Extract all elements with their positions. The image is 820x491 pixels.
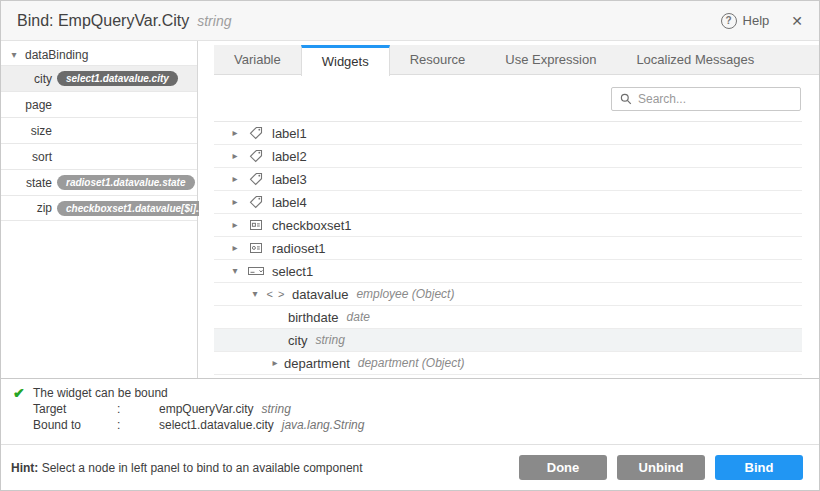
tree-row-label2[interactable]: ▸ label2 xyxy=(214,145,802,168)
binding-row-size[interactable]: size xyxy=(1,117,197,143)
tree-row-radioset1[interactable]: ▸ radioset1 xyxy=(214,237,802,260)
status-value-type: java.lang.String xyxy=(282,417,365,433)
dialog-title: Bind: EmpQueryVar.City xyxy=(17,12,189,30)
dialog-footer: Hint: Select a node in left panel to bin… xyxy=(1,444,819,490)
tab-localized-messages[interactable]: Localized Messages xyxy=(616,45,774,75)
binding-row-page[interactable]: page xyxy=(1,91,197,117)
dialog-title-type: string xyxy=(197,13,231,29)
code-icon: < > xyxy=(268,288,284,300)
tree-node-type: date xyxy=(347,310,370,324)
status-value-type: string xyxy=(261,401,290,417)
tag-icon xyxy=(248,149,264,163)
tree-node-label: department xyxy=(284,356,350,371)
bind-status-panel: ✔ The widget can be bound Target : empQu… xyxy=(1,378,819,444)
checkboxset-icon xyxy=(248,218,264,232)
tree-node-label: datavalue xyxy=(292,287,348,302)
tree-row-select1[interactable]: ▾ select1 xyxy=(214,260,802,283)
binding-row-zip[interactable]: zip checkboxset1.datavalue[$i].zip xyxy=(1,195,197,221)
binding-row-sort[interactable]: sort xyxy=(1,143,197,169)
binding-row-city[interactable]: city select1.datavalue.city xyxy=(1,65,197,91)
status-boundto-row: Bound to : select1.datavalue.city java.l… xyxy=(33,417,807,433)
chevron-right-icon[interactable]: ▸ xyxy=(230,151,240,161)
tab-widgets[interactable]: Widgets xyxy=(301,45,390,76)
tree-node-label: radioset1 xyxy=(272,241,325,256)
search-icon xyxy=(620,93,632,105)
chevron-down-icon[interactable]: ▾ xyxy=(9,50,19,60)
status-key: Target xyxy=(33,401,117,417)
hint-text: Hint: Select a node in left panel to bin… xyxy=(11,461,509,475)
status-separator: : xyxy=(117,417,159,433)
tree-node-type: employee (Object) xyxy=(356,287,454,301)
binding-root-node[interactable]: ▾ dataBinding xyxy=(1,45,197,65)
tree-row-label3[interactable]: ▸ label3 xyxy=(214,168,802,191)
done-button[interactable]: Done xyxy=(519,455,607,480)
search-box[interactable] xyxy=(611,87,801,111)
chevron-right-icon[interactable]: ▸ xyxy=(230,197,240,207)
status-value: empQueryVar.city xyxy=(159,401,253,417)
binding-name: size xyxy=(1,124,52,138)
bind-source-panel: Variable Widgets Resource Use Expression… xyxy=(199,41,819,378)
binding-badge: select1.datavalue.city xyxy=(57,71,178,86)
hint-body: Select a node in left panel to bind to a… xyxy=(38,461,362,475)
binding-name: page xyxy=(1,98,52,112)
binding-row-state[interactable]: state radioset1.datavalue.state xyxy=(1,169,197,195)
tree-node-type: department (Object) xyxy=(358,356,465,370)
search-input[interactable] xyxy=(638,92,793,106)
tab-use-expression[interactable]: Use Expression xyxy=(485,45,616,75)
chevron-right-icon[interactable]: ▸ xyxy=(230,128,240,138)
tag-icon xyxy=(248,126,264,140)
chevron-right-icon[interactable]: ▸ xyxy=(270,358,280,368)
tree-node-label: label1 xyxy=(272,126,307,141)
binding-badge: checkboxset1.datavalue[$i].zip xyxy=(57,201,222,216)
unbind-button[interactable]: Unbind xyxy=(617,455,705,480)
status-target-row: Target : empQueryVar.city string xyxy=(33,401,807,417)
tree-node-label: label4 xyxy=(272,195,307,210)
chevron-down-icon[interactable]: ▾ xyxy=(230,266,240,276)
tab-bar: Variable Widgets Resource Use Expression… xyxy=(214,45,819,75)
status-key: Bound to xyxy=(33,417,117,433)
help-icon: ? xyxy=(721,13,737,29)
chevron-right-icon[interactable]: ▸ xyxy=(230,174,240,184)
status-separator: : xyxy=(117,401,159,417)
tree-row-city[interactable]: city string xyxy=(214,329,802,352)
binding-name: city xyxy=(1,72,52,86)
bind-dialog: Bind: EmpQueryVar.City string ? Help ✕ ▾… xyxy=(0,0,820,491)
help-label: Help xyxy=(743,13,770,28)
close-icon[interactable]: ✕ xyxy=(791,13,803,29)
tree-node-label: city xyxy=(288,333,308,348)
tag-icon xyxy=(248,172,264,186)
chevron-right-icon[interactable]: ▸ xyxy=(230,243,240,253)
binding-name: zip xyxy=(1,201,52,215)
tree-row-birthdate[interactable]: birthdate date xyxy=(214,306,802,329)
tab-variable[interactable]: Variable xyxy=(214,45,301,75)
hint-label: Hint: xyxy=(11,461,38,475)
tree-row-checkboxset1[interactable]: ▸ checkboxset1 xyxy=(214,214,802,237)
binding-name: sort xyxy=(1,150,52,164)
dialog-header: Bind: EmpQueryVar.City string ? Help ✕ xyxy=(1,1,819,41)
tag-icon xyxy=(248,195,264,209)
tree-node-label: select1 xyxy=(272,264,313,279)
binding-tree-panel: ▾ dataBinding city select1.datavalue.cit… xyxy=(1,41,198,378)
binding-root-label: dataBinding xyxy=(25,48,88,62)
tree-row-label4[interactable]: ▸ label4 xyxy=(214,191,802,214)
binding-badge: radioset1.datavalue.state xyxy=(57,175,195,190)
bind-button[interactable]: Bind xyxy=(715,455,803,480)
status-message: The widget can be bound xyxy=(33,386,168,400)
binding-name: state xyxy=(1,176,52,190)
tab-resource[interactable]: Resource xyxy=(390,45,486,75)
help-button[interactable]: ? Help xyxy=(721,13,770,29)
tree-row-department[interactable]: ▸ department department (Object) xyxy=(214,352,802,375)
chevron-right-icon[interactable]: ▸ xyxy=(230,220,240,230)
success-check-icon: ✔ xyxy=(13,385,33,401)
tree-node-label: birthdate xyxy=(288,310,339,325)
tree-node-label: checkboxset1 xyxy=(272,218,352,233)
tree-node-label: label2 xyxy=(272,149,307,164)
radioset-icon xyxy=(248,241,264,255)
tree-node-type: string xyxy=(316,333,345,347)
chevron-down-icon[interactable]: ▾ xyxy=(250,289,260,299)
tree-row-label1[interactable]: ▸ label1 xyxy=(214,122,802,145)
tree-node-label: label3 xyxy=(272,172,307,187)
widget-tree: ▸ label1 ▸ label2 ▸ label3 xyxy=(214,121,802,375)
status-value: select1.datavalue.city xyxy=(159,417,274,433)
tree-row-datavalue[interactable]: ▾ < > datavalue employee (Object) xyxy=(214,283,802,306)
